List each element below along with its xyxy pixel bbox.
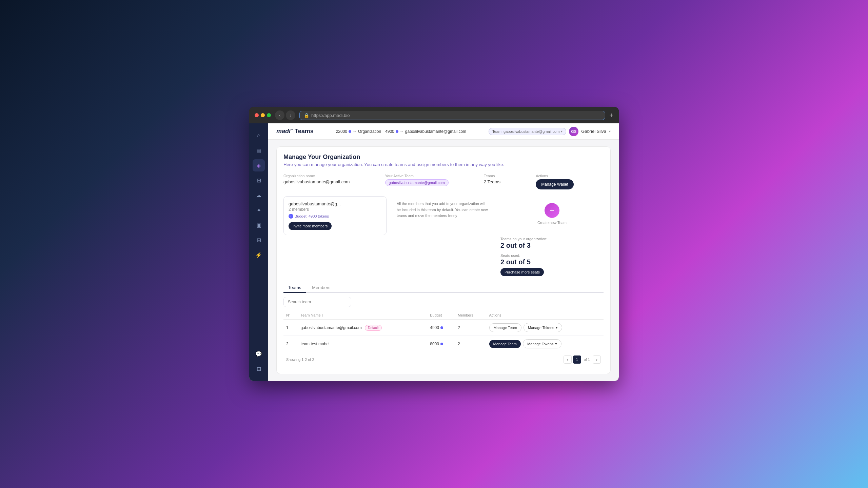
logo: madi™ Teams — [276, 128, 314, 135]
org-fields-row: Organization name gabosilvabustamante@gm… — [283, 174, 604, 189]
app-body: ⌂ ▤ ◈ ⊞ ☁ ✦ ▣ ⊟ ⚡ 💬 ⊞ madi™ Teams — [249, 123, 619, 381]
sidebar-item-apps[interactable]: ⊞ — [253, 363, 265, 375]
arrow-right-icon2: → — [400, 129, 404, 134]
next-page-button[interactable]: › — [593, 355, 601, 364]
sidebar-item-cloud[interactable]: ☁ — [253, 189, 265, 201]
col-members: Members — [455, 311, 486, 320]
manage-tokens-button-1[interactable]: Manage Tokens ▾ — [524, 323, 562, 332]
page-subtitle: Here you can manage your organization. Y… — [283, 162, 604, 167]
row1-members: 2 — [455, 320, 486, 336]
sidebar-item-billing[interactable]: ⊟ — [253, 234, 265, 246]
manage-tokens-button-2[interactable]: Manage Tokens ▾ — [523, 339, 561, 348]
tabs-bar: Teams Members — [283, 283, 604, 293]
row2-actions: Manage Team Manage Tokens ▾ — [487, 336, 604, 352]
topbar: madi™ Teams 22000 → Organization 4900 → — [268, 123, 619, 140]
row1-num: 1 — [283, 320, 298, 336]
address-bar[interactable]: 🔒 https://app.madi.bio — [299, 111, 605, 120]
sidebar-item-home[interactable]: ⌂ — [253, 129, 265, 142]
team-card-budget: i Budget: 4900 tokens — [289, 214, 381, 219]
sidebar-bottom: 💬 ⊞ — [253, 347, 265, 375]
page-1-button[interactable]: 1 — [573, 355, 581, 364]
row2-num: 2 — [283, 336, 298, 352]
org-name-value: gabosilvabustamante@gmail.com — [283, 179, 380, 184]
tab-teams[interactable]: Teams — [283, 283, 306, 293]
search-input[interactable] — [283, 297, 351, 307]
new-tab-button[interactable]: + — [609, 111, 613, 119]
default-team-card: gabosilvabustamante@g... 2 members i Bud… — [283, 196, 387, 235]
close-button[interactable] — [255, 113, 259, 117]
teams-stat-label: Teams on your organization: — [500, 237, 547, 241]
row1-name: gabosilvabustamante@gmail.com Default — [298, 320, 427, 336]
row1-actions: Manage Team Manage Tokens ▾ — [487, 320, 604, 336]
col-budget: Budget — [427, 311, 455, 320]
col-actions: Actions — [487, 311, 604, 320]
budget-label: Budget: 4900 tokens — [295, 214, 329, 218]
active-team-field: Your Active Team gabosilvabustamante@gma… — [385, 174, 478, 186]
org-name-field: Organization name gabosilvabustamante@gm… — [283, 174, 380, 184]
user-avatar: GS — [569, 127, 578, 136]
org-token-dot — [349, 130, 351, 133]
actions-label: Actions — [536, 174, 604, 178]
chevron-down-icon-2: ▾ — [555, 342, 557, 346]
purchase-seats-button[interactable]: Purchase more seats — [500, 268, 544, 276]
org-label: Organization — [358, 129, 381, 134]
manage-team-button-1[interactable]: Manage Team — [489, 323, 522, 332]
active-team-badge: gabosilvabustamante@gmail.com — [385, 179, 449, 186]
org-stats: Teams on your organization: 2 out of 3 S… — [500, 237, 547, 276]
sidebar-item-dashboard[interactable]: ▤ — [253, 144, 265, 157]
showing-text: Showing 1-2 of 2 — [286, 358, 314, 362]
sidebar-item-star[interactable]: ✦ — [253, 204, 265, 216]
row2-name: team.test.mabel — [298, 336, 427, 352]
user-initials: GS — [571, 129, 576, 134]
row2-members: 2 — [455, 336, 486, 352]
table-row: 1 gabosilvabustamante@gmail.com Default … — [283, 320, 604, 336]
user-token-label: gabosilvabustamante@gmail.com — [405, 129, 466, 134]
teams-stat: Teams on your organization: 2 out of 3 — [500, 237, 547, 249]
sidebar: ⌂ ▤ ◈ ⊞ ☁ ✦ ▣ ⊟ ⚡ 💬 ⊞ — [249, 123, 268, 381]
right-panel: + Create new Team Teams on your organiza… — [500, 196, 604, 276]
row2-budget: 8000 — [427, 336, 455, 352]
sidebar-item-manage[interactable]: ▣ — [253, 219, 265, 231]
forward-button[interactable]: › — [286, 110, 295, 120]
tab-members[interactable]: Members — [307, 283, 335, 293]
create-team-area: + Create new Team — [531, 196, 573, 231]
user-chevron-icon: ▾ — [609, 129, 611, 133]
create-team-label: Create new Team — [537, 221, 567, 225]
user-tokens-badge: 4900 → gabosilvabustamante@gmail.com — [385, 129, 466, 134]
team-card-name: gabosilvabustamante@g... — [289, 201, 381, 206]
org-token-count: 22000 — [336, 129, 347, 134]
traffic-lights — [255, 113, 271, 117]
sidebar-item-chat[interactable]: 💬 — [253, 348, 265, 360]
arrow-right-icon: → — [353, 129, 357, 134]
url-text: https://app.madi.bio — [311, 113, 350, 118]
main-content: madi™ Teams 22000 → Organization 4900 → — [268, 123, 619, 381]
token-dot-2 — [440, 343, 443, 345]
topbar-center: 22000 → Organization 4900 → gabosilvabus… — [319, 129, 483, 134]
teams-grid: gabosilvabustamante@g... 2 members i Bud… — [283, 196, 604, 276]
seats-stat: Seats used: 2 out of 5 Purchase more sea… — [500, 253, 547, 276]
invite-members-button[interactable]: Invite more members — [289, 222, 332, 230]
team-card-desc: All the members that you add to your org… — [392, 196, 495, 224]
user-name: Gabriel Silva — [581, 129, 606, 134]
org-card: Manage Your Organization Here you can ma… — [276, 146, 611, 374]
sidebar-item-tokens[interactable]: ◈ — [253, 159, 265, 171]
team-badge[interactable]: Team: gabosilvabustamante@gmail.com ▾ — [489, 128, 566, 135]
team-badge-text: Team: gabosilvabustamante@gmail.com — [492, 129, 559, 134]
user-token-dot — [396, 130, 398, 133]
maximize-button[interactable] — [267, 113, 271, 117]
minimize-button[interactable] — [261, 113, 265, 117]
col-num: N° — [283, 311, 298, 320]
row1-budget: 4900 — [427, 320, 455, 336]
token-dot — [440, 326, 443, 329]
sidebar-item-lightning[interactable]: ⚡ — [253, 249, 265, 261]
manage-wallet-button[interactable]: Manage Wallet — [536, 179, 574, 189]
create-team-button[interactable]: + — [545, 203, 559, 218]
prev-page-button[interactable]: ‹ — [564, 355, 572, 364]
default-badge: Default — [365, 325, 382, 331]
team-card-members: 2 members — [289, 207, 381, 212]
back-button[interactable]: ‹ — [275, 110, 284, 120]
seats-stat-value: 2 out of 5 — [500, 258, 547, 266]
manage-team-button-2[interactable]: Manage Team — [489, 340, 521, 348]
logo-teams-text: Teams — [295, 128, 314, 135]
sidebar-item-grid[interactable]: ⊞ — [253, 174, 265, 186]
